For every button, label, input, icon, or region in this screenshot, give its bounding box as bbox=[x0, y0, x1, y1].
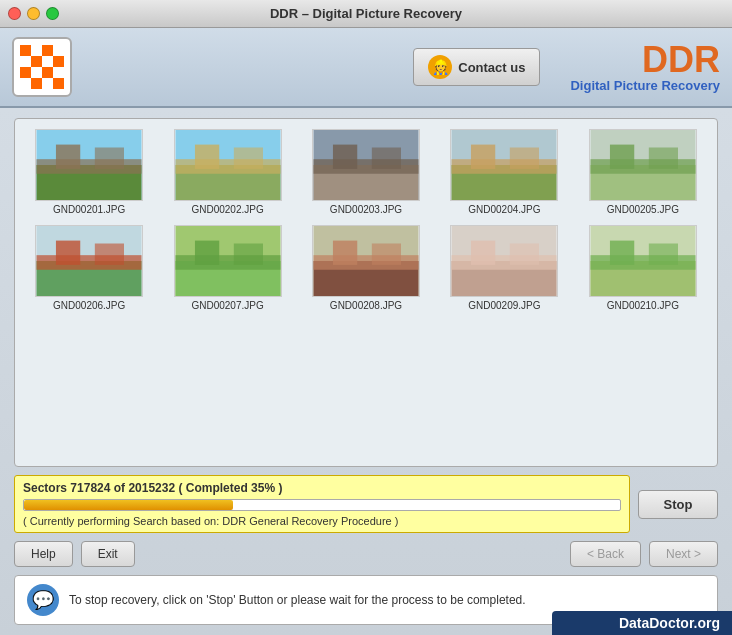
photo-item: GND00204.JPG bbox=[440, 129, 568, 215]
svg-rect-9 bbox=[233, 148, 262, 169]
exit-button[interactable]: Exit bbox=[81, 541, 135, 567]
svg-rect-29 bbox=[95, 244, 124, 265]
photo-item: GND00207.JPG bbox=[163, 225, 291, 311]
contact-icon: 👷 bbox=[428, 55, 452, 79]
svg-rect-47 bbox=[590, 255, 695, 270]
photo-item: GND00202.JPG bbox=[163, 129, 291, 215]
svg-rect-43 bbox=[471, 241, 495, 265]
progress-stop-row: Sectors 717824 of 2015232 ( Completed 35… bbox=[14, 475, 718, 533]
footer-brand: DataDoctor.org bbox=[552, 611, 732, 635]
photo-thumbnail[interactable] bbox=[589, 225, 697, 297]
svg-rect-44 bbox=[510, 244, 539, 265]
svg-rect-32 bbox=[175, 255, 280, 270]
svg-rect-34 bbox=[233, 244, 262, 265]
photo-item: GND00201.JPG bbox=[25, 129, 153, 215]
brand-title: DDR bbox=[570, 42, 720, 78]
header: 👷 Contact us DDR Digital Picture Recover… bbox=[0, 28, 732, 108]
brand-area: DDR Digital Picture Recovery bbox=[570, 42, 720, 93]
progress-status: ( Currently performing Search based on: … bbox=[23, 515, 621, 527]
svg-rect-18 bbox=[471, 145, 495, 169]
stop-button[interactable]: Stop bbox=[638, 490, 718, 519]
photo-thumbnail[interactable] bbox=[312, 129, 420, 201]
photo-label: GND00201.JPG bbox=[53, 204, 125, 215]
minimize-button[interactable] bbox=[27, 7, 40, 20]
svg-rect-4 bbox=[95, 148, 124, 169]
photo-label: GND00210.JPG bbox=[607, 300, 679, 311]
svg-rect-22 bbox=[590, 159, 695, 174]
photo-label: GND00208.JPG bbox=[330, 300, 402, 311]
photo-thumbnail[interactable] bbox=[312, 225, 420, 297]
svg-rect-23 bbox=[610, 145, 634, 169]
photo-item: GND00205.JPG bbox=[579, 129, 707, 215]
back-button[interactable]: < Back bbox=[570, 541, 641, 567]
svg-rect-42 bbox=[452, 255, 557, 270]
photo-label: GND00209.JPG bbox=[468, 300, 540, 311]
progress-bar-fill bbox=[24, 500, 233, 510]
svg-rect-49 bbox=[649, 244, 678, 265]
svg-rect-17 bbox=[452, 159, 557, 174]
bottom-buttons: Help Exit < Back Next > bbox=[14, 541, 718, 567]
progress-text: Sectors 717824 of 2015232 ( Completed 35… bbox=[23, 481, 621, 495]
svg-rect-14 bbox=[372, 148, 401, 169]
photo-item: GND00206.JPG bbox=[25, 225, 153, 311]
photo-thumbnail[interactable] bbox=[589, 129, 697, 201]
photo-label: GND00202.JPG bbox=[191, 204, 263, 215]
info-icon: 💬 bbox=[27, 584, 59, 616]
photo-item: GND00209.JPG bbox=[440, 225, 568, 311]
svg-rect-24 bbox=[649, 148, 678, 169]
help-button[interactable]: Help bbox=[14, 541, 73, 567]
svg-rect-19 bbox=[510, 148, 539, 169]
app-logo bbox=[12, 37, 72, 97]
maximize-button[interactable] bbox=[46, 7, 59, 20]
window-title: DDR – Digital Picture Recovery bbox=[270, 6, 462, 21]
svg-rect-48 bbox=[610, 241, 634, 265]
main-content: GND00201.JPG GND00202.JPG GND00203.JPG G… bbox=[0, 108, 732, 635]
svg-rect-37 bbox=[313, 255, 418, 270]
photo-thumbnail[interactable] bbox=[35, 225, 143, 297]
photo-item: GND00208.JPG bbox=[302, 225, 430, 311]
svg-rect-33 bbox=[195, 241, 219, 265]
svg-rect-2 bbox=[37, 159, 142, 174]
photo-label: GND00206.JPG bbox=[53, 300, 125, 311]
progress-area: Sectors 717824 of 2015232 ( Completed 35… bbox=[14, 475, 630, 533]
brand-subtitle: Digital Picture Recovery bbox=[570, 78, 720, 93]
photo-label: GND00204.JPG bbox=[468, 204, 540, 215]
svg-rect-8 bbox=[195, 145, 219, 169]
photo-label: GND00205.JPG bbox=[607, 204, 679, 215]
next-button[interactable]: Next > bbox=[649, 541, 718, 567]
photo-panel: GND00201.JPG GND00202.JPG GND00203.JPG G… bbox=[14, 118, 718, 467]
title-bar: DDR – Digital Picture Recovery bbox=[0, 0, 732, 28]
photo-label: GND00203.JPG bbox=[330, 204, 402, 215]
photo-thumbnail[interactable] bbox=[450, 225, 558, 297]
svg-rect-28 bbox=[56, 241, 80, 265]
photo-thumbnail[interactable] bbox=[35, 129, 143, 201]
svg-rect-27 bbox=[37, 255, 142, 270]
photo-thumbnail[interactable] bbox=[174, 225, 282, 297]
svg-rect-3 bbox=[56, 145, 80, 169]
progress-bar-background bbox=[23, 499, 621, 511]
svg-rect-12 bbox=[313, 159, 418, 174]
photo-item: GND00210.JPG bbox=[579, 225, 707, 311]
svg-rect-38 bbox=[333, 241, 357, 265]
close-button[interactable] bbox=[8, 7, 21, 20]
stop-button-area: Stop bbox=[638, 475, 718, 533]
svg-rect-7 bbox=[175, 159, 280, 174]
svg-rect-39 bbox=[372, 244, 401, 265]
photo-label: GND00207.JPG bbox=[191, 300, 263, 311]
photo-item: GND00203.JPG bbox=[302, 129, 430, 215]
contact-button[interactable]: 👷 Contact us bbox=[413, 48, 540, 86]
svg-rect-13 bbox=[333, 145, 357, 169]
photo-thumbnail[interactable] bbox=[174, 129, 282, 201]
info-message: To stop recovery, click on 'Stop' Button… bbox=[69, 593, 526, 607]
photo-thumbnail[interactable] bbox=[450, 129, 558, 201]
